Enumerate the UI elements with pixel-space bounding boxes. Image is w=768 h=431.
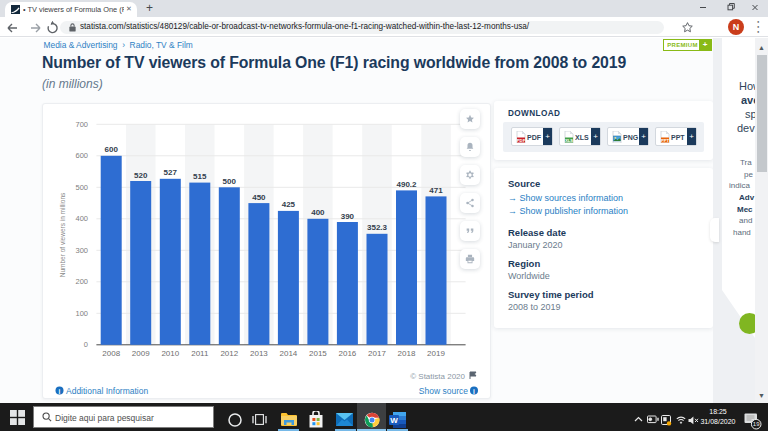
svg-text:2014: 2014 [280, 349, 298, 358]
svg-text:i: i [59, 388, 61, 395]
svg-text:Number of viewers in millions: Number of viewers in millions [59, 192, 66, 277]
svg-text:© Statista 2020: © Statista 2020 [410, 372, 465, 381]
svg-text:2008: 2008 [102, 349, 120, 358]
svg-text:2016: 2016 [339, 349, 357, 358]
svg-text:19: 19 [753, 421, 760, 427]
svg-text:2015: 2015 [309, 349, 327, 358]
svg-text:500: 500 [75, 183, 88, 192]
svg-text:600: 600 [105, 145, 119, 154]
svg-text:300: 300 [75, 246, 88, 255]
svg-text:200: 200 [75, 277, 88, 286]
svg-text:i: i [473, 388, 475, 395]
svg-text:2010: 2010 [161, 349, 179, 358]
svg-text:W: W [390, 416, 398, 425]
svg-text:527: 527 [164, 168, 178, 177]
svg-text:400: 400 [75, 214, 88, 223]
svg-text:0: 0 [84, 340, 88, 349]
svg-text:2019: 2019 [427, 349, 445, 358]
svg-text:2017: 2017 [368, 349, 386, 358]
svg-text:PDF: PDF [517, 138, 526, 143]
svg-text:2012: 2012 [220, 349, 238, 358]
svg-text:600: 600 [75, 151, 88, 160]
svg-text:2009: 2009 [132, 349, 150, 358]
svg-text:490.2: 490.2 [396, 180, 417, 189]
svg-text:400: 400 [311, 208, 325, 217]
svg-text:XLS: XLS [565, 138, 573, 143]
svg-text:390: 390 [341, 212, 355, 221]
svg-text:515: 515 [193, 172, 207, 181]
svg-text:700: 700 [75, 120, 88, 129]
svg-text:Additional Information: Additional Information [66, 386, 148, 396]
svg-text:Show source: Show source [419, 386, 468, 396]
svg-text:PPT: PPT [661, 138, 670, 143]
svg-text:471: 471 [429, 186, 443, 195]
svg-text:2011: 2011 [191, 349, 209, 358]
svg-text:2013: 2013 [250, 349, 268, 358]
svg-text:500: 500 [223, 177, 237, 186]
svg-text:450: 450 [252, 193, 266, 202]
svg-text:2018: 2018 [398, 349, 416, 358]
svg-text:425: 425 [282, 200, 296, 209]
svg-text:100: 100 [75, 309, 88, 318]
svg-text:520: 520 [134, 171, 148, 180]
svg-text:352.3: 352.3 [367, 223, 388, 232]
